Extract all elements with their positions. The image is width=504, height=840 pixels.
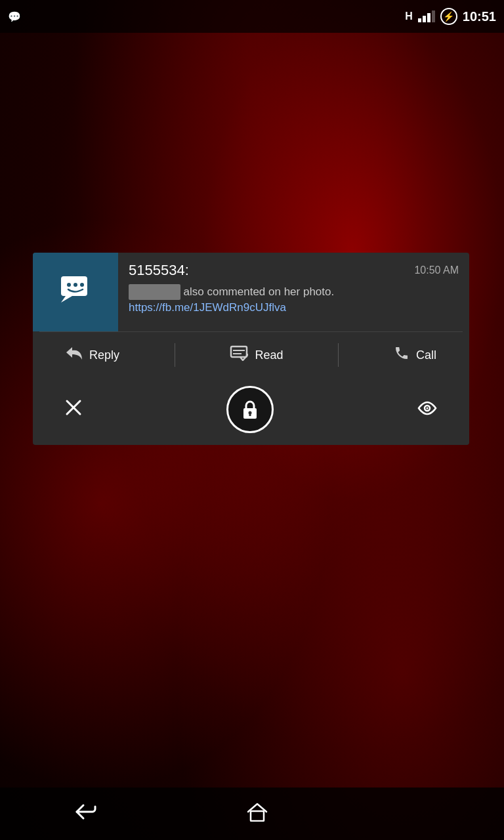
action-divider-1 bbox=[175, 343, 175, 367]
body-text: also commented on her photo. bbox=[180, 285, 334, 298]
notification-time: 10:50 AM bbox=[414, 264, 459, 276]
reply-label: Reply bbox=[89, 348, 119, 362]
call-label: Call bbox=[416, 348, 436, 362]
svg-rect-5 bbox=[231, 346, 247, 357]
svg-point-14 bbox=[427, 407, 429, 409]
dismiss-button[interactable] bbox=[59, 393, 88, 427]
h-indicator: H bbox=[405, 10, 413, 22]
notification-body: also commented on her photo. https://fb.… bbox=[129, 284, 459, 316]
reply-button[interactable]: Reply bbox=[55, 339, 130, 371]
svg-point-4 bbox=[80, 283, 84, 287]
action-divider-2 bbox=[338, 343, 339, 367]
home-button[interactable] bbox=[233, 795, 282, 833]
signal-bars bbox=[418, 10, 435, 22]
action-buttons: Reply Read Call bbox=[33, 332, 469, 378]
status-left: 💬 bbox=[8, 10, 21, 23]
svg-point-2 bbox=[67, 283, 71, 287]
status-time: 10:51 bbox=[463, 9, 496, 24]
reply-icon bbox=[66, 346, 83, 364]
notification-content: 5155534: 10:50 AM also commented on her … bbox=[118, 253, 469, 331]
nav-bar bbox=[0, 788, 504, 840]
call-button[interactable]: Call bbox=[383, 339, 447, 371]
read-icon bbox=[230, 345, 248, 365]
status-right: H ⚡ 10:51 bbox=[405, 8, 496, 25]
svg-rect-12 bbox=[249, 413, 251, 416]
notification-card: 5155534: 10:50 AM also commented on her … bbox=[33, 253, 469, 445]
bottom-controls bbox=[33, 378, 469, 445]
notification-title-row: 5155534: 10:50 AM bbox=[129, 262, 459, 279]
call-icon bbox=[394, 345, 410, 365]
svg-marker-1 bbox=[61, 296, 72, 303]
notification-status-icon: 💬 bbox=[8, 10, 21, 23]
read-button[interactable]: Read bbox=[219, 339, 293, 371]
read-label: Read bbox=[255, 348, 283, 362]
notification-header: 5155534: 10:50 AM also commented on her … bbox=[33, 253, 469, 331]
status-bar: 💬 H ⚡ 10:51 bbox=[0, 0, 504, 33]
svg-point-3 bbox=[74, 283, 77, 287]
notification-sender: 5155534: bbox=[129, 262, 189, 279]
back-button[interactable] bbox=[61, 796, 111, 832]
sender-name-blurred bbox=[129, 284, 180, 300]
svg-rect-15 bbox=[251, 811, 264, 821]
notification-link: https://fb.me/1JEWdRn9cUJflva bbox=[129, 301, 286, 314]
notification-icon-area bbox=[33, 253, 118, 331]
lock-button[interactable] bbox=[226, 386, 274, 433]
eye-button[interactable] bbox=[411, 394, 443, 425]
battery-icon: ⚡ bbox=[440, 8, 457, 25]
app-icon bbox=[59, 273, 92, 312]
